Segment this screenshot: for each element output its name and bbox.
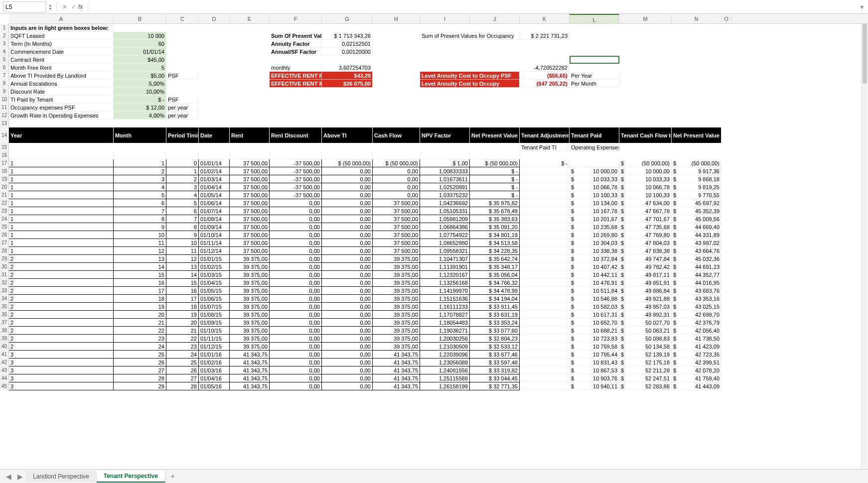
row-header-9[interactable]: 9 xyxy=(0,88,9,96)
cell[interactable]: 39 375,00 xyxy=(230,263,270,271)
cell[interactable]: 01/05/14 xyxy=(199,191,230,199)
cell[interactable] xyxy=(420,151,470,159)
col-header-L[interactable]: L xyxy=(570,14,619,23)
cell[interactable] xyxy=(520,279,570,287)
row-header-7[interactable]: 7 xyxy=(0,72,9,80)
cell[interactable]: $ 32 533,12 xyxy=(470,343,520,351)
cell[interactable]: $36 075,00 xyxy=(322,80,373,88)
cell[interactable]: $ 33 877,46 xyxy=(470,351,520,359)
cell[interactable]: 3 xyxy=(114,175,166,183)
cell[interactable]: 11 xyxy=(114,239,166,247)
cell[interactable]: 0,00 xyxy=(270,207,322,215)
cell[interactable]: 01/01/14 xyxy=(199,159,230,167)
cell[interactable]: 01/01/15 xyxy=(199,255,230,263)
col-header-O[interactable]: O xyxy=(722,14,731,23)
cell[interactable] xyxy=(166,151,199,159)
cell[interactable]: 26 xyxy=(166,366,199,374)
cell[interactable] xyxy=(520,382,570,390)
row-header-21[interactable]: 21 xyxy=(0,191,9,199)
cell[interactable]: 23 xyxy=(166,343,199,351)
row-header-20[interactable]: 20 xyxy=(0,183,9,191)
cell[interactable]: 0,00 xyxy=(373,175,420,183)
cell[interactable]: 01/08/14 xyxy=(199,215,230,223)
cell[interactable] xyxy=(322,151,373,159)
cell[interactable]: $10 000,00 xyxy=(619,167,672,175)
cell[interactable]: 0,00 xyxy=(322,199,373,207)
cell[interactable]: 0,00 xyxy=(322,215,373,223)
scrollbar-thumb[interactable] xyxy=(863,24,867,84)
cell[interactable]: 2 xyxy=(9,319,114,327)
row-header-4[interactable]: 4 xyxy=(0,48,9,56)
cell[interactable] xyxy=(520,311,570,319)
cell[interactable]: 37 500,00 xyxy=(230,247,270,255)
cell[interactable]: $42 699,70 xyxy=(672,311,722,319)
cell[interactable]: 2 xyxy=(9,255,114,263)
cell[interactable]: $45 009,56 xyxy=(672,215,722,223)
cell[interactable] xyxy=(270,151,322,159)
col-header-F[interactable]: F xyxy=(270,14,322,23)
cell[interactable]: $47 634,00 xyxy=(619,199,672,207)
cell[interactable]: $10 867,53 xyxy=(570,366,619,374)
cell[interactable]: $ 34 478,99 xyxy=(470,287,520,295)
cell[interactable]: 4 xyxy=(114,183,166,191)
cell[interactable]: 14 xyxy=(114,263,166,271)
col-header-E[interactable]: E xyxy=(230,14,270,23)
cell[interactable] xyxy=(373,151,420,159)
row-header-22[interactable]: 22 xyxy=(0,199,9,207)
cell[interactable]: TI Paid by Tenant xyxy=(9,96,114,104)
cell[interactable]: $10 066,78 xyxy=(619,183,672,191)
cell[interactable]: $52 139,19 xyxy=(619,351,672,359)
cell[interactable]: 0,00 xyxy=(270,255,322,263)
cell[interactable]: 39 375,00 xyxy=(230,311,270,319)
cell[interactable]: 5 xyxy=(166,199,199,207)
cell[interactable]: 01/08/15 xyxy=(199,311,230,319)
cell[interactable]: $ 33 631,19 xyxy=(470,311,520,319)
cell[interactable]: 01/02/15 xyxy=(199,263,230,271)
row-header-3[interactable]: 3 xyxy=(0,40,9,48)
vertical-scrollbar[interactable] xyxy=(861,24,868,469)
cell[interactable]: 01/03/16 xyxy=(199,366,230,374)
cell[interactable]: $44 331,89 xyxy=(672,231,722,239)
cell[interactable]: $52 211,28 xyxy=(619,366,672,374)
cell[interactable]: 19 xyxy=(166,311,199,319)
cell[interactable]: $45 352,39 xyxy=(672,207,722,215)
cell[interactable] xyxy=(520,303,570,311)
cell[interactable] xyxy=(199,151,230,159)
cell[interactable]: 1 xyxy=(9,231,114,239)
cell[interactable]: ($47 205,22) xyxy=(520,80,570,88)
col-header-J[interactable]: J xyxy=(470,14,520,23)
cell[interactable]: $10 100,33 xyxy=(570,191,619,199)
row-header-43[interactable]: 43 xyxy=(0,366,9,374)
cell[interactable]: 1,05105331 xyxy=(420,207,470,215)
row-header-6[interactable]: 6 xyxy=(0,64,9,72)
cell[interactable]: 37 500,00 xyxy=(230,207,270,215)
cell[interactable]: $43 997,02 xyxy=(672,239,722,247)
cell[interactable]: $43 353,16 xyxy=(672,295,722,303)
cell[interactable]: 1 xyxy=(114,159,166,167)
cell[interactable]: $52 283,86 xyxy=(619,382,672,390)
cell[interactable]: per year xyxy=(166,112,199,120)
cell[interactable]: 0,00 xyxy=(270,374,322,382)
cell[interactable]: $50 134,58 xyxy=(619,343,672,351)
cell[interactable]: $47 769,80 xyxy=(619,231,672,239)
cell[interactable]: 01/02/16 xyxy=(199,359,230,366)
row-header-12[interactable]: 12 xyxy=(0,112,9,120)
cell[interactable]: 1,15151636 xyxy=(420,295,470,303)
cell[interactable]: 0,00 xyxy=(322,231,373,239)
row-header-38[interactable]: 38 xyxy=(0,327,9,335)
cell[interactable]: ($56,65) xyxy=(520,72,570,80)
cell[interactable]: 28 xyxy=(166,382,199,390)
cell[interactable]: $ - xyxy=(114,96,166,104)
cell[interactable]: 0,00 xyxy=(322,223,373,231)
cell[interactable]: Sum of Present Values for Occupancy xyxy=(420,32,520,40)
cell[interactable]: 37 500,00 xyxy=(230,239,270,247)
cell[interactable]: 41 343,75 xyxy=(230,382,270,390)
cell[interactable]: 23 xyxy=(114,335,166,343)
cell[interactable]: EFFECTIVE RENT MONTHLY xyxy=(270,80,322,88)
cell[interactable]: 41 343,75 xyxy=(230,366,270,374)
cell[interactable] xyxy=(520,366,570,374)
cell[interactable]: 41 343,75 xyxy=(373,351,420,359)
cell[interactable]: 3 xyxy=(166,183,199,191)
cell[interactable]: 14 xyxy=(166,271,199,279)
cell[interactable]: 39 375,00 xyxy=(373,263,420,271)
